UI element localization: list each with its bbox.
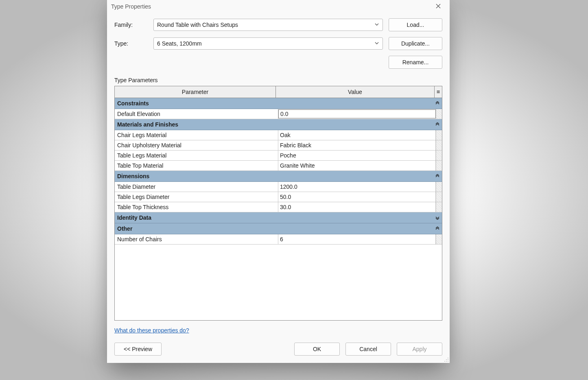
type-properties-dialog: Type Properties Family: Round Table with… — [107, 0, 450, 363]
load-button-label: Load... — [407, 22, 424, 28]
parameter-row: Table Diameter1200.0 — [115, 182, 442, 192]
parameter-name: Table Legs Material — [115, 151, 278, 160]
help-link[interactable]: What do these properties do? — [114, 327, 189, 334]
parameter-value[interactable]: 50.0 — [278, 192, 436, 202]
svg-point-3 — [444, 361, 445, 362]
equals-cell[interactable] — [436, 140, 442, 150]
group-name: Materials and Finishes — [117, 121, 178, 128]
parameters-grid: Parameter Value = ConstraintsDefault Ele… — [114, 86, 442, 321]
parameter-row: Table Legs MaterialPoche — [115, 151, 442, 161]
parameter-row: Default Elevation0.0 — [115, 109, 442, 119]
equals-cell[interactable] — [436, 192, 442, 202]
family-selected-value: Round Table with Chairs Setups — [157, 22, 238, 28]
group-header[interactable]: Dimensions — [115, 171, 442, 182]
resize-grip[interactable] — [443, 356, 449, 362]
chevron-down-icon — [374, 22, 379, 28]
parameter-name: Table Diameter — [115, 182, 278, 192]
equals-cell[interactable] — [436, 130, 442, 140]
parameter-name: Chair Upholstery Material — [115, 140, 278, 150]
parameter-row: Chair Legs MaterialOak — [115, 130, 442, 140]
parameter-name: Table Legs Diameter — [115, 192, 278, 202]
equals-cell[interactable] — [436, 151, 442, 160]
parameter-name: Number of Chairs — [115, 234, 278, 244]
ok-button-label: OK — [313, 346, 321, 352]
collapse-icon — [434, 121, 442, 128]
parameter-value[interactable]: Fabric Black — [278, 140, 436, 150]
group-header[interactable]: Other — [115, 223, 442, 234]
duplicate-button[interactable]: Duplicate... — [389, 37, 442, 50]
rename-button[interactable]: Rename... — [389, 56, 442, 69]
dialog-footer: << Preview OK Cancel Apply — [107, 334, 450, 363]
group-name: Constraints — [117, 100, 149, 107]
titlebar: Type Properties — [107, 0, 450, 13]
family-label: Family: — [114, 22, 148, 28]
family-select[interactable]: Round Table with Chairs Setups — [153, 19, 383, 31]
svg-point-5 — [448, 361, 448, 362]
type-label: Type: — [114, 40, 148, 47]
cancel-button[interactable]: Cancel — [345, 343, 391, 356]
close-button[interactable] — [430, 1, 446, 12]
preview-button-label: << Preview — [124, 346, 152, 352]
parameter-value[interactable]: Oak — [278, 130, 436, 140]
group-header[interactable]: Materials and Finishes — [115, 119, 442, 130]
apply-button-label: Apply — [412, 346, 426, 352]
parameter-row: Table Legs Diameter50.0 — [115, 192, 442, 202]
collapse-icon — [434, 225, 442, 232]
svg-point-0 — [448, 358, 448, 358]
parameter-row: Chair Upholstery MaterialFabric Black — [115, 140, 442, 151]
dialog-title: Type Properties — [111, 3, 151, 10]
group-name: Other — [117, 225, 132, 232]
parameter-name: Table Top Thickness — [115, 202, 278, 212]
equals-cell[interactable] — [436, 234, 442, 244]
parameter-value[interactable]: Poche — [278, 151, 436, 160]
expand-icon — [434, 214, 442, 221]
group-name: Identity Data — [117, 214, 151, 221]
parameter-value[interactable]: 1200.0 — [278, 182, 436, 192]
group-header[interactable]: Identity Data — [115, 212, 442, 223]
svg-point-2 — [448, 359, 448, 360]
parameter-value[interactable]: Granite White — [278, 161, 436, 170]
type-select[interactable]: 6 Seats, 1200mm — [153, 37, 383, 50]
type-parameters-label: Type Parameters — [107, 71, 450, 86]
column-header-parameter[interactable]: Parameter — [115, 86, 276, 98]
type-selected-value: 6 Seats, 1200mm — [157, 40, 202, 47]
apply-button[interactable]: Apply — [397, 343, 442, 356]
svg-point-4 — [446, 361, 447, 362]
close-icon — [436, 3, 441, 10]
grid-header: Parameter Value = — [115, 86, 442, 98]
collapse-icon — [434, 173, 442, 179]
parameter-value[interactable]: 6 — [278, 234, 436, 244]
ok-button[interactable]: OK — [294, 343, 340, 356]
parameter-row: Number of Chairs6 — [115, 234, 442, 245]
equals-cell[interactable] — [436, 182, 442, 192]
grid-body: ConstraintsDefault Elevation0.0Materials… — [115, 98, 442, 320]
equals-cell[interactable] — [436, 202, 442, 212]
load-button[interactable]: Load... — [389, 18, 442, 31]
parameter-row: Table Top MaterialGranite White — [115, 161, 442, 171]
top-form: Family: Round Table with Chairs Setups L… — [107, 13, 450, 71]
column-header-value[interactable]: Value — [276, 86, 435, 98]
equals-cell[interactable] — [436, 161, 442, 170]
parameter-name: Default Elevation — [115, 109, 278, 119]
chevron-down-icon — [374, 40, 379, 47]
preview-button[interactable]: << Preview — [114, 343, 162, 356]
parameter-row: Table Top Thickness30.0 — [115, 202, 442, 212]
duplicate-button-label: Duplicate... — [401, 40, 430, 47]
svg-point-1 — [446, 359, 447, 360]
cancel-button-label: Cancel — [359, 346, 377, 352]
group-header[interactable]: Constraints — [115, 98, 442, 109]
column-header-equals[interactable]: = — [435, 86, 442, 98]
parameter-name: Table Top Material — [115, 161, 278, 170]
parameter-value[interactable]: 30.0 — [278, 202, 436, 212]
group-name: Dimensions — [117, 173, 149, 179]
equals-cell[interactable] — [436, 109, 442, 119]
parameter-name: Chair Legs Material — [115, 130, 278, 140]
collapse-icon — [434, 100, 442, 107]
rename-button-label: Rename... — [402, 59, 429, 66]
parameter-value[interactable]: 0.0 — [278, 109, 436, 118]
